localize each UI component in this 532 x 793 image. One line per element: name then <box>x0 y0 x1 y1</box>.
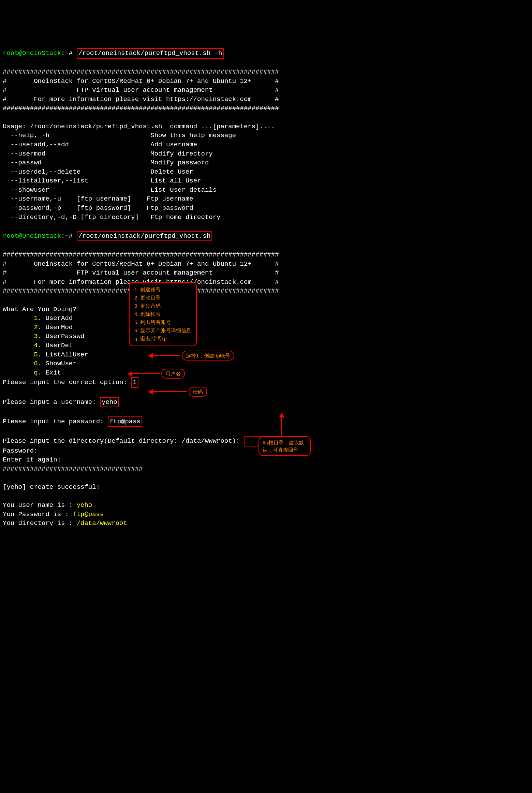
result-user-label: You user name is : <box>3 501 77 509</box>
usage-line: --help, -h Show this help message <box>3 132 236 139</box>
prompt-path: ~ <box>65 232 69 240</box>
menu-num: 4 <box>34 342 38 349</box>
usage-line: --showuser List User details <box>3 186 217 194</box>
usage-line: --usermod Modify directory <box>3 150 213 158</box>
password-echo: Password: <box>3 447 38 455</box>
arrow-icon <box>153 355 180 356</box>
prompt-path: ~ <box>65 49 69 57</box>
prompt-sep: : <box>61 232 65 240</box>
banner-line: # OneinStack for CentOS/RedHat 6+ Debian… <box>3 260 279 268</box>
option-input[interactable]: 1 <box>131 377 138 388</box>
menu-num: 3 <box>34 333 38 340</box>
menu-num: 5 <box>34 351 38 358</box>
menu-label: . UserDel <box>38 342 73 349</box>
usage-head: Usage: /root/oneinstack/pureftpd_vhost.s… <box>3 123 275 130</box>
menu-num: 1 <box>34 314 38 322</box>
menu-label: . ListAllUser <box>38 351 88 358</box>
result-pass-label: You Password is : <box>3 511 73 518</box>
banner-hr: ########################################… <box>3 68 279 76</box>
menu-label: . Exit <box>38 369 61 377</box>
success-msg: [yeho] create successful! <box>3 483 100 491</box>
usage-line: --username,-u [ftp username] Ftp usernam… <box>3 195 193 203</box>
usage-line: --passwd Modify password <box>3 159 209 166</box>
prompt-option-label: Please input the correct option: <box>3 379 131 386</box>
prompt-user: root@OneinStack <box>3 49 61 57</box>
menu-label: . UserPasswd <box>38 333 85 340</box>
prompt-sep: : <box>61 49 65 57</box>
menu-label: . UserAdd <box>38 314 73 322</box>
prompt-password-label: Please input the password: <box>3 418 108 425</box>
annotation-option: 选择1，创建ftp账号 <box>182 351 234 361</box>
banner-line: # FTP virtual user account management # <box>3 269 279 277</box>
command-1: /root/oneinstack/pureftpd_vhost.sh -h <box>77 48 224 59</box>
banner-line: # FTP virtual user account management # <box>3 86 279 94</box>
banner-hr: ########################################… <box>3 105 279 112</box>
prompt-hash: # <box>69 49 77 57</box>
banner-line: # For more information please visit http… <box>3 96 279 103</box>
result-dir-label: You directory is : <box>3 519 77 527</box>
password-again: Enter it again: <box>3 456 61 464</box>
prompt-user: root@OneinStack <box>3 232 61 240</box>
annotation-password: 密码 <box>189 387 207 397</box>
result-pass-value: ftp@pass <box>73 511 104 518</box>
menu-num: q <box>34 369 38 377</box>
prompt-hash: # <box>69 232 77 240</box>
menu-label: . UserMod <box>38 324 73 331</box>
menu-head: What Are You Doing? <box>3 306 77 313</box>
arrow-icon <box>281 417 282 436</box>
result-dir-value: /data/wwwroot <box>77 519 127 527</box>
menu-num: 6 <box>34 360 38 367</box>
menu-num: 2 <box>34 324 38 331</box>
usage-line: --directory,-d,-D [ftp directory] Ftp ho… <box>3 214 221 221</box>
terminal-output: root@OneinStack:~# /root/oneinstack/pure… <box>3 39 529 664</box>
arrow-icon <box>132 373 160 374</box>
prompt-directory-label: Please input the directory(Default direc… <box>3 437 244 445</box>
usage-line: --useradd,--add Add username <box>3 141 197 148</box>
usage-line: --userdel,--delete Delete User <box>3 168 193 176</box>
usage-line: --password,-p [ftp password] Ftp passwor… <box>3 204 193 212</box>
username-input[interactable]: yeho <box>100 397 119 408</box>
arrow-icon <box>153 391 187 392</box>
usage-line: --listalluser,--list List all User <box>3 177 201 185</box>
banner-hr: ########################################… <box>3 251 279 259</box>
small-hr: #################################### <box>3 465 143 473</box>
prompt-username-label: Please input a username: <box>3 398 100 406</box>
annotation-username: 用户名 <box>161 369 185 379</box>
annotation-menu: 1. 创建账号2. 更改目录3. 更改密码4. 删除帐号5. 列出所有账号6. … <box>129 282 197 346</box>
password-input[interactable]: ftp@pass <box>108 416 142 427</box>
command-2: /root/oneinstack/pureftpd_vhost.sh <box>77 231 212 241</box>
result-user-value: yeho <box>77 501 92 509</box>
banner-line: # OneinStack for CentOS/RedHat 6+ Debian… <box>3 77 279 85</box>
annotation-directory: ftp根目录，建议默认，可直接回车 <box>258 436 311 456</box>
menu-label: . ShowUser <box>38 360 77 367</box>
